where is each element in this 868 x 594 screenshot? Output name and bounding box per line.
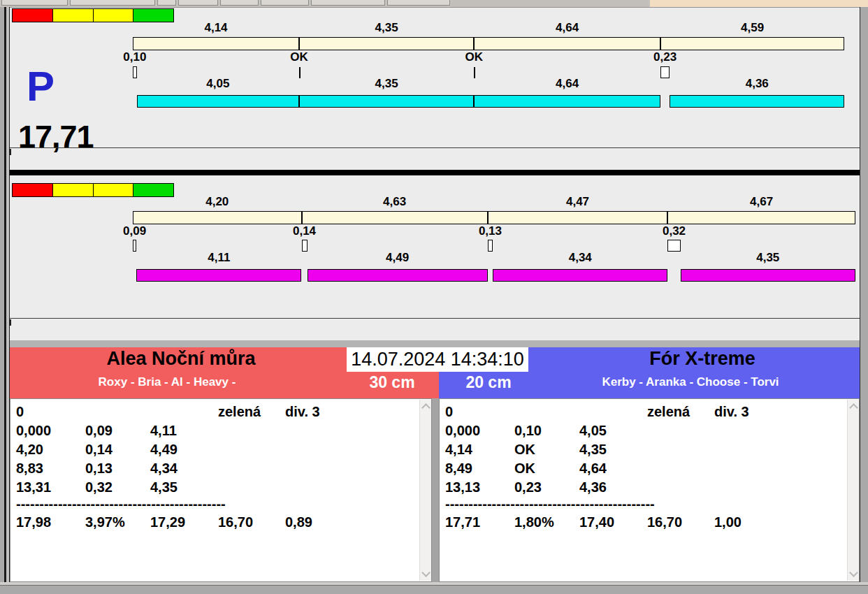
toolbar-strip-shade — [451, 0, 649, 7]
toolbar-button-edge[interactable] — [157, 0, 176, 6]
exchange-gap-marker — [660, 66, 670, 78]
dog-time-label: 4,36 — [746, 78, 769, 89]
table-cell: 13,13 — [445, 480, 480, 494]
bottom-bar — [0, 585, 868, 594]
team-name-right: Fór X-treme — [649, 349, 755, 368]
dog-time-label: 4,34 — [569, 252, 592, 263]
window-right-border — [860, 7, 868, 585]
lane-p-baseline — [10, 147, 860, 148]
split-bar-divider — [487, 211, 489, 224]
table-cell: 0,23 — [514, 480, 542, 494]
table-cell: 8,49 — [445, 461, 472, 475]
run-counter: 0 — [445, 405, 453, 419]
dog-time-label: 4,05 — [206, 78, 229, 89]
toolbar-button-edge[interactable] — [70, 0, 155, 6]
summary-cell: 1,00 — [714, 515, 742, 529]
split-bar-divider — [660, 37, 661, 50]
split-bar-divider — [667, 211, 668, 224]
table-cell: 4,05 — [579, 423, 607, 437]
results-table-right[interactable]: 0zelenádiv. 30,0000,104,054,14OK4,358,49… — [439, 398, 860, 582]
dog-run-bar — [299, 95, 474, 108]
toolbar-button-edge[interactable] — [387, 0, 450, 6]
table-cell: 4,64 — [579, 461, 607, 475]
lane-p-baseline-tick — [10, 149, 11, 155]
results-table-left[interactable]: 0zelenádiv. 30,0000,094,114,200,144,498,… — [10, 398, 432, 582]
window-edge-strip — [0, 0, 868, 7]
scrollbar[interactable] — [847, 400, 859, 581]
jump-height-badge-right: 20 cm — [465, 375, 511, 391]
run-counter: 0 — [16, 405, 24, 419]
footer-top-band — [10, 340, 860, 347]
lane-l-baseline — [10, 318, 860, 319]
table-cell: 0,000 — [16, 423, 51, 437]
table-cell: 0,000 — [445, 423, 480, 437]
lane-letter-p: P — [27, 66, 53, 108]
chevron-down-icon[interactable] — [849, 568, 858, 577]
lane-panel-p: P 17,71 — [10, 8, 860, 170]
exchange-gap-marker — [488, 240, 493, 252]
exchange-gap-marker — [133, 240, 136, 252]
split-time-label: 4,59 — [741, 22, 764, 34]
status-light-0 — [12, 183, 53, 197]
status-light-1 — [52, 8, 94, 22]
dog-time-label: 4,11 — [208, 252, 230, 263]
toolbar-button-edge[interactable] — [178, 0, 218, 6]
team-name-left: Alea Noční můra — [106, 349, 255, 368]
split-time-label: 4,20 — [205, 196, 229, 208]
table-cell: 8,83 — [16, 461, 43, 475]
table-cell: 0,10 — [514, 423, 542, 437]
dog-time-label: 4,64 — [556, 78, 579, 89]
toolbar-button-edge[interactable] — [311, 0, 385, 6]
summary-cell: 0,89 — [285, 515, 312, 529]
dog-run-bar — [681, 269, 855, 282]
chevron-up-icon[interactable] — [849, 403, 858, 412]
desktop-background-strip — [650, 0, 868, 7]
table-cell: 4,14 — [445, 442, 472, 456]
split-bar — [133, 211, 855, 224]
toolbar-button-edge[interactable] — [261, 0, 309, 6]
division-label: div. 3 — [714, 405, 749, 419]
split-time-label: 4,67 — [750, 196, 773, 208]
chevron-up-icon[interactable] — [421, 403, 431, 412]
dog-time-label: 4,35 — [756, 252, 779, 263]
summary-cell: 16,70 — [647, 515, 682, 529]
summary-cell: 1,80% — [514, 515, 554, 529]
jump-height-badge-left: 30 cm — [369, 375, 414, 391]
table-cell: 4,34 — [150, 461, 178, 475]
dog-time-label: 4,49 — [386, 252, 409, 263]
dog-run-bar — [137, 95, 299, 108]
table-cell: OK — [514, 461, 535, 475]
summary-cell: 17,71 — [445, 515, 480, 529]
split-bar — [133, 37, 844, 50]
table-cell: 0,14 — [85, 442, 113, 456]
team-members-right: Kerby - Aranka - Choose - Torvi — [602, 376, 779, 388]
table-cell: 4,11 — [150, 423, 177, 437]
datetime-text: 14.07.2024 14:34:10 — [351, 349, 524, 370]
table-cell: 13,31 — [16, 480, 51, 494]
summary-cell: 17,98 — [16, 515, 51, 529]
chevron-down-icon[interactable] — [421, 568, 431, 577]
exchange-time-label: 0,09 — [123, 225, 146, 237]
status-light-3 — [133, 183, 174, 197]
summary-cell: 16,70 — [218, 515, 253, 529]
exchange-time-label: 0,10 — [123, 51, 146, 63]
status-light-3 — [133, 8, 174, 22]
table-separator-row: ----------------------------------------… — [16, 497, 226, 511]
summary-cell: 17,29 — [150, 515, 185, 529]
split-bar-divider — [301, 211, 303, 224]
split-time-label: 4,47 — [566, 196, 589, 208]
split-bar-divider — [298, 37, 300, 50]
table-cell: 0,13 — [85, 461, 113, 475]
team-members-left: Roxy - Bria - Al - Heavy - — [99, 376, 236, 388]
dog-run-bar — [308, 269, 488, 282]
lane-l-baseline-tick — [10, 319, 11, 326]
exchange-gap-marker — [667, 240, 680, 252]
table-cell: OK — [514, 442, 535, 456]
exchange-ok-marker — [474, 67, 475, 78]
dog-run-bar — [493, 269, 667, 282]
status-light-0 — [12, 8, 53, 22]
toolbar-button-edge[interactable] — [220, 0, 259, 6]
scrollbar[interactable] — [419, 400, 431, 581]
toolbar-button-edge[interactable] — [1, 0, 68, 6]
split-time-label: 4,35 — [375, 22, 398, 34]
